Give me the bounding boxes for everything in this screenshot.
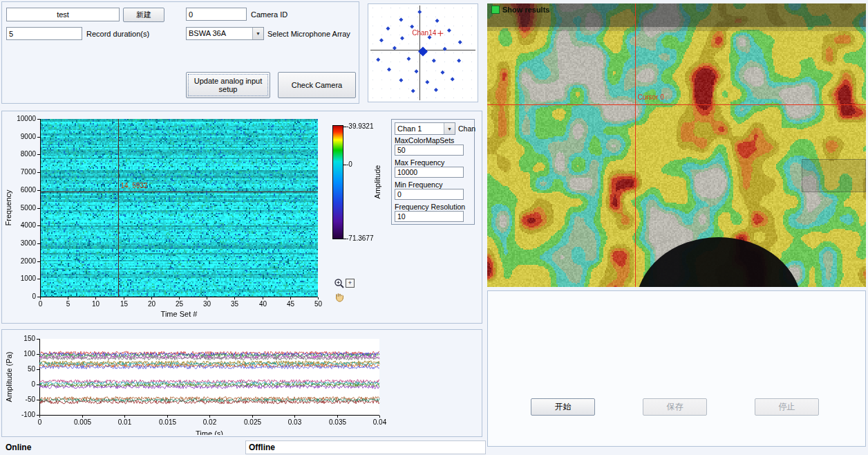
microphone-array-select[interactable]: BSWA 36A ▼: [186, 27, 264, 40]
test-name-input[interactable]: [6, 8, 120, 21]
channel-select-value: Chan 1: [397, 124, 444, 133]
microphone-array-value: BSWA 36A: [189, 29, 252, 37]
acquisition-settings-panel: 新建 Record duration(s) Camera ID BSWA 36A…: [1, 1, 359, 104]
record-duration-label: Record duration(s): [86, 30, 149, 38]
start-button[interactable]: 开始: [531, 398, 595, 416]
stop-button[interactable]: 停止: [755, 398, 819, 416]
min-frequency-input[interactable]: [395, 189, 464, 200]
microphone-array-label: Select Microphone Array: [267, 30, 350, 38]
max-frequency-label: Max Frequency: [395, 158, 444, 167]
max-colormap-label: MaxColorMapSets: [395, 136, 454, 145]
max-colormap-input[interactable]: [395, 145, 464, 156]
frequency-resolution-input[interactable]: [395, 211, 464, 222]
new-button[interactable]: 新建: [123, 8, 164, 22]
acoustic-camera-app: 新建 Record duration(s) Camera ID BSWA 36A…: [0, 0, 868, 455]
crosshair-tool-icon[interactable]: +: [346, 279, 355, 288]
channel-select-label: Chan: [458, 124, 475, 133]
zoom-icon[interactable]: [334, 278, 345, 289]
chevron-down-icon[interactable]: ▼: [444, 123, 455, 134]
camera-beamforming-view[interactable]: [487, 3, 866, 287]
show-results-checkbox[interactable]: Show results: [491, 6, 549, 14]
waveform-plot: [2, 330, 480, 435]
spectrogram-settings-box: Chan 1 ▼ Chan MaxColorMapSets Max Freque…: [391, 119, 475, 225]
chevron-down-icon[interactable]: ▼: [252, 28, 263, 39]
show-results-label: Show results: [502, 6, 549, 14]
checkbox-checked-icon[interactable]: [491, 6, 500, 14]
result-panel: 开始 保存 停止: [487, 290, 866, 447]
min-frequency-label: Min Frequency: [395, 180, 442, 189]
frequency-resolution-label: Frequency Resolution: [395, 203, 465, 211]
update-analog-input-button[interactable]: Update analog input setup: [186, 72, 270, 98]
pan-hand-icon[interactable]: [334, 292, 345, 302]
record-duration-input[interactable]: [6, 27, 82, 40]
graph-tool-palette: +: [334, 278, 355, 304]
save-button[interactable]: 保存: [643, 398, 707, 416]
offline-status-field: Offline: [245, 440, 486, 454]
max-frequency-input[interactable]: [395, 167, 464, 178]
check-camera-button[interactable]: Check Camera: [278, 72, 356, 98]
camera-id-input[interactable]: [186, 8, 247, 21]
channel-select[interactable]: Chan 1 ▼: [395, 122, 455, 135]
mic-array-plot: [368, 4, 478, 102]
online-status-label: Online: [6, 443, 31, 452]
spectrogram-plot[interactable]: [2, 111, 389, 322]
camera-id-label: Camera ID: [251, 10, 287, 19]
